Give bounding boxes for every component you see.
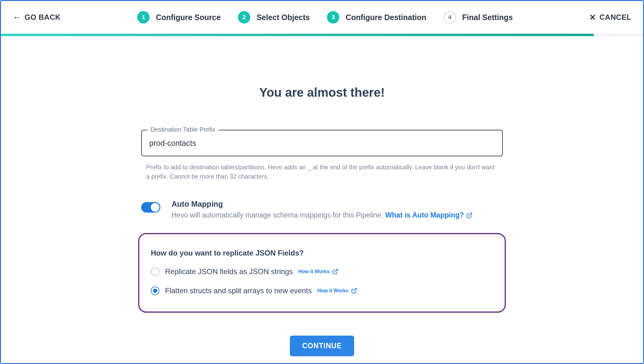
step-number: 2 (238, 11, 250, 23)
auto-mapping-link[interactable]: What is Auto Mapping? (385, 211, 473, 219)
arrow-left-icon: ← (13, 13, 22, 22)
radio-input[interactable] (151, 286, 159, 295)
cancel-button[interactable]: ✕ CANCEL (589, 13, 631, 22)
external-link-icon (351, 288, 357, 294)
radio-flatten-structs[interactable]: Flatten structs and split arrays to new … (151, 286, 493, 295)
how-it-works-text: How it Works (298, 269, 329, 274)
prefix-helper-text: Prefix to add to destination tables/part… (141, 163, 503, 181)
auto-mapping-link-text: What is Auto Mapping? (385, 211, 464, 219)
auto-mapping-title: Auto Mapping (172, 200, 472, 209)
auto-mapping-text: Auto Mapping Hevo will automatically man… (172, 200, 472, 219)
step-number: 3 (327, 11, 339, 23)
toggle-knob (151, 203, 159, 212)
auto-mapping-desc: Hevo will automatically manage schema ma… (172, 211, 472, 219)
how-it-works-text: How it Works (317, 288, 349, 294)
how-it-works-link[interactable]: How it Works (298, 269, 338, 275)
external-link-icon (466, 212, 472, 218)
auto-mapping-section: Auto Mapping Hevo will automatically man… (141, 200, 503, 219)
continue-button[interactable]: CONTINUE (290, 336, 354, 356)
destination-table-prefix-input[interactable] (141, 130, 503, 156)
progress-fill (1, 34, 594, 36)
svg-line-1 (335, 269, 337, 272)
prefix-field-label: Destination Table Prefix (147, 126, 218, 133)
step-number: 1 (137, 11, 150, 23)
svg-line-0 (469, 213, 472, 216)
step-label: Configure Source (156, 13, 221, 22)
go-back-button[interactable]: ← GO BACK (13, 13, 61, 22)
step-configure-destination[interactable]: 3 Configure Destination (327, 11, 426, 23)
progress-bar (1, 34, 643, 36)
step-label: Select Objects (256, 13, 310, 22)
page-title: You are almost there! (259, 86, 385, 99)
close-icon: ✕ (589, 13, 596, 21)
svg-line-2 (354, 289, 356, 291)
radio-label: Flatten structs and split arrays to new … (165, 286, 312, 295)
external-link-icon (332, 269, 338, 275)
radio-json-strings[interactable]: Replicate JSON fields as JSON strings Ho… (151, 267, 493, 276)
how-it-works-link[interactable]: How it Works (317, 288, 357, 294)
json-panel-title: How do you want to replicate JSON Fields… (151, 249, 493, 257)
step-select-objects[interactable]: 2 Select Objects (238, 11, 310, 23)
app-frame: { "header": { "go_back": "GO BACK", "can… (0, 0, 644, 364)
prefix-field-wrap: Destination Table Prefix (141, 130, 503, 156)
stepper: 1 Configure Source 2 Select Objects 3 Co… (137, 11, 513, 23)
json-fields-panel: How do you want to replicate JSON Fields… (138, 233, 506, 313)
step-label: Final Settings (462, 13, 513, 22)
go-back-label: GO BACK (25, 13, 61, 22)
auto-mapping-toggle[interactable] (141, 202, 160, 213)
json-fields-inner: How do you want to replicate JSON Fields… (142, 237, 502, 309)
step-label: Configure Destination (345, 13, 426, 22)
auto-mapping-desc-text: Hevo will automatically manage schema ma… (172, 211, 385, 219)
radio-label: Replicate JSON fields as JSON strings (165, 267, 293, 276)
radio-input[interactable] (151, 267, 159, 276)
step-configure-source[interactable]: 1 Configure Source (137, 11, 221, 23)
main-content: You are almost there! Destination Table … (1, 36, 643, 356)
cancel-label: CANCEL (600, 13, 631, 22)
step-number: 4 (444, 11, 456, 23)
step-final-settings[interactable]: 4 Final Settings (444, 11, 513, 23)
wizard-header: ← GO BACK 1 Configure Source 2 Select Ob… (1, 1, 643, 34)
